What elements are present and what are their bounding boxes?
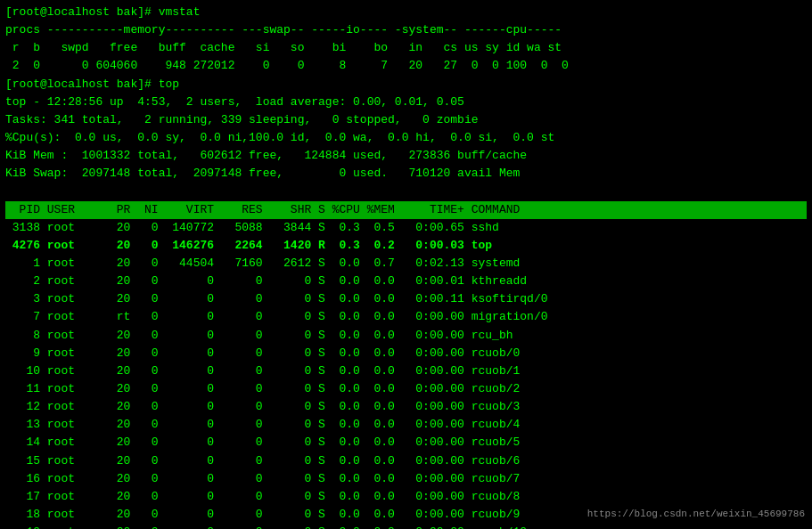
vmstat-command-line: [root@localhost bak]# vmstat [5, 4, 807, 21]
vmstat-data-line: 2 0 0 604060 948 272012 0 0 8 7 20 27 0 … [5, 57, 807, 75]
table-row-rcuob3: 12 root 20 0 0 0 0 S 0.0 0.0 0:00.00 rcu… [5, 398, 807, 416]
table-row-rcuob10: 19 root 20 0 0 0 0 S 0.0 0.0 0:00.00 rcu… [5, 524, 807, 529]
top-mem-line: KiB Mem : 1001332 total, 602612 free, 12… [5, 147, 807, 165]
table-row-rcu-bh: 8 root 20 0 0 0 0 S 0.0 0.0 0:00.00 rcu_… [5, 327, 807, 345]
table-row-rcuob6: 15 root 20 0 0 0 0 S 0.0 0.0 0:00.00 rcu… [5, 452, 807, 470]
table-row-systemd: 1 root 20 0 44504 7160 2612 S 0.0 0.7 0:… [5, 255, 807, 273]
table-row-rcuob1: 10 root 20 0 0 0 0 S 0.0 0.0 0:00.00 rcu… [5, 362, 807, 380]
watermark-text: https://blog.csdn.net/weixin_45699786 [587, 507, 805, 522]
table-row-migration: 7 root rt 0 0 0 0 S 0.0 0.0 0:00.00 migr… [5, 308, 807, 326]
table-row-sshd: 3138 root 20 0 140772 5088 3844 S 0.3 0.… [5, 219, 807, 237]
table-row-rcuob0: 9 root 20 0 0 0 0 S 0.0 0.0 0:00.00 rcuo… [5, 345, 807, 362]
table-row-rcuob2: 11 root 20 0 0 0 0 S 0.0 0.0 0:00.00 rcu… [5, 380, 807, 398]
top-time-line: top - 12:28:56 up 4:53, 2 users, load av… [5, 94, 807, 111]
table-row-top-highlighted: 4276 root 20 0 146276 2264 1420 R 0.3 0.… [5, 237, 807, 255]
terminal: [root@localhost bak]# vmstat procs -----… [0, 0, 812, 529]
table-row-rcuob7: 16 root 20 0 0 0 0 S 0.0 0.0 0:00.00 rcu… [5, 470, 807, 488]
top-swap-line: KiB Swap: 2097148 total, 2097148 free, 0… [5, 165, 807, 183]
table-row-rcuob8: 17 root 20 0 0 0 0 S 0.0 0.0 0:00.00 rcu… [5, 488, 807, 506]
table-row-rcuob5: 14 root 20 0 0 0 0 S 0.0 0.0 0:00.00 rcu… [5, 434, 807, 452]
top-cpu-line: %Cpu(s): 0.0 us, 0.0 sy, 0.0 ni,100.0 id… [5, 129, 807, 147]
table-row-kthreadd: 2 root 20 0 0 0 0 S 0.0 0.0 0:00.01 kthr… [5, 273, 807, 290]
table-row-rcuob4: 13 root 20 0 0 0 0 S 0.0 0.0 0:00.00 rcu… [5, 416, 807, 434]
table-header-row: PID USER PR NI VIRT RES SHR S %CPU %MEM … [5, 201, 807, 219]
top-command-line: [root@localhost bak]# top [5, 76, 807, 94]
table-blank [5, 183, 807, 200]
table-row-ksoftirqd: 3 root 20 0 0 0 0 S 0.0 0.0 0:00.11 ksof… [5, 290, 807, 308]
vmstat-header-line: procs -----------memory---------- ---swa… [5, 21, 807, 39]
top-tasks-line: Tasks: 341 total, 2 running, 339 sleepin… [5, 111, 807, 129]
vmstat-subheader-line: r b swpd free buff cache si so bi bo in … [5, 39, 807, 57]
